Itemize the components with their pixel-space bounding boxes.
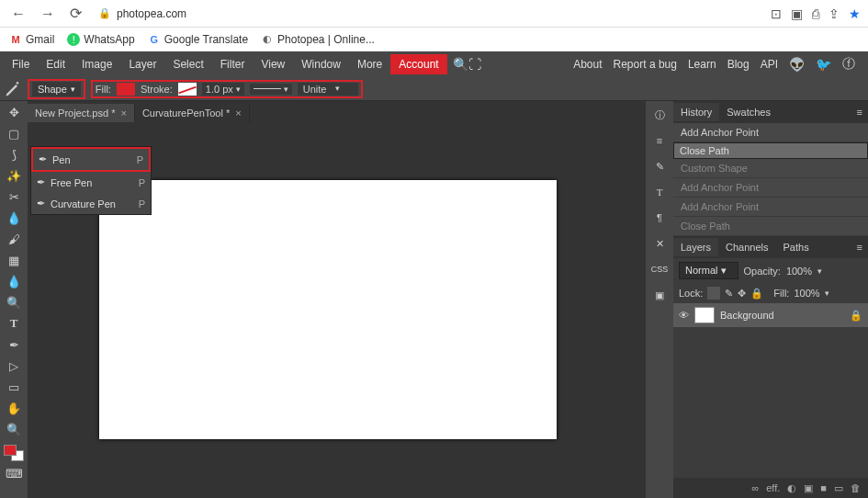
marquee-tool[interactable]: ▢ — [3, 124, 25, 142]
history-entry[interactable]: Add Anchor Point — [673, 198, 868, 217]
close-icon[interactable]: × — [120, 108, 126, 119]
dodge-tool[interactable]: 🔍 — [3, 293, 25, 311]
tab-swatches[interactable]: Swatches — [719, 103, 778, 121]
tab-curvature[interactable]: CurvaturePenTool *× — [135, 104, 250, 122]
shape-tool[interactable]: ▭ — [3, 378, 25, 396]
layer-name[interactable]: Background — [720, 310, 774, 321]
bookmark-translate[interactable]: GGoogle Translate — [148, 33, 248, 46]
quickmask-tool[interactable]: ⌨ — [3, 464, 25, 482]
stroke-swatch[interactable] — [178, 83, 197, 96]
menu-filter[interactable]: Filter — [212, 54, 254, 74]
image-icon[interactable]: ▣ — [648, 285, 671, 305]
character-icon[interactable]: T — [648, 182, 671, 202]
hand-tool[interactable]: ✋ — [3, 399, 25, 417]
css-icon[interactable]: CSS — [648, 259, 671, 279]
reddit-icon[interactable]: 👽 — [789, 57, 805, 72]
tools-icon[interactable]: ✕ — [648, 233, 671, 254]
menu-view[interactable]: View — [253, 54, 293, 74]
info-icon[interactable]: ⓘ — [648, 105, 671, 125]
lock-transparent-icon[interactable] — [707, 287, 720, 300]
link-learn[interactable]: Learn — [688, 58, 716, 71]
close-icon[interactable]: × — [235, 108, 241, 119]
link-api[interactable]: API — [761, 58, 778, 71]
pen-item-free[interactable]: ✒ Free Pen P — [31, 172, 151, 193]
stroke-style[interactable]: ▾ — [250, 84, 292, 95]
path-mode[interactable]: Unite▾ — [298, 83, 359, 96]
lock-move-icon[interactable]: ✥ — [738, 288, 746, 300]
tab-channels[interactable]: Channels — [718, 238, 775, 256]
visibility-icon[interactable]: 👁 — [679, 310, 689, 321]
pen-item-pen[interactable]: ✒ Pen P — [31, 147, 151, 172]
star-icon[interactable]: ★ — [849, 6, 861, 21]
tab-new-project[interactable]: New Project.psd *× — [28, 104, 135, 122]
panel-menu-icon[interactable]: ≡ — [851, 242, 868, 253]
paragraph-icon[interactable]: ≡ — [648, 130, 671, 151]
tab-layers[interactable]: Layers — [673, 238, 718, 256]
reload-button[interactable]: ⟳ — [66, 3, 85, 24]
move-tool[interactable]: ✥ — [3, 103, 25, 121]
history-entry[interactable]: Close Path — [673, 142, 868, 159]
mask-icon[interactable]: ◐ — [787, 482, 796, 494]
link-about[interactable]: About — [573, 58, 602, 71]
path-select-tool[interactable]: ▷ — [3, 357, 25, 375]
opacity-value[interactable]: 100% — [786, 266, 812, 277]
wand-tool[interactable]: ✨ — [3, 166, 25, 185]
panel-menu-icon[interactable]: ≡ — [851, 107, 868, 118]
gradient-tool[interactable]: ▦ — [3, 251, 25, 269]
blend-mode-select[interactable]: Normal ▾ — [679, 262, 738, 279]
link-blog[interactable]: Blog — [727, 58, 750, 71]
eyedropper-tool[interactable]: 💧 — [3, 209, 25, 227]
forward-button[interactable]: → — [37, 4, 59, 24]
address-bar[interactable]: 🔒 photopea.com — [98, 7, 186, 20]
bookmark-gmail[interactable]: MGmail — [9, 33, 54, 46]
canvas[interactable] — [99, 180, 557, 439]
share-icon[interactable]: ⇪ — [829, 6, 840, 21]
menu-window[interactable]: Window — [293, 54, 349, 74]
bookmark-photopea[interactable]: ◐Photopea | Online... — [261, 33, 375, 46]
text-tool[interactable]: T — [3, 314, 25, 333]
history-entry[interactable]: Add Anchor Point — [673, 178, 868, 198]
glyph-icon[interactable]: ¶ — [648, 208, 671, 228]
tab-history[interactable]: History — [673, 103, 719, 121]
shape-mode-select[interactable]: Shape▾ — [32, 82, 81, 96]
link-icon[interactable]: ∞ — [751, 482, 759, 493]
brush-panel-icon[interactable]: ✎ — [648, 156, 671, 176]
menu-edit[interactable]: Edit — [38, 54, 73, 74]
pen-tool[interactable]: ✒ — [3, 335, 25, 354]
back-button[interactable]: ← — [7, 4, 29, 24]
history-entry[interactable]: Custom Shape — [673, 159, 868, 178]
menu-account[interactable]: Account — [390, 54, 446, 74]
stroke-width[interactable]: 1.0 px▾ — [202, 83, 244, 96]
fill-swatch[interactable] — [117, 83, 135, 96]
trash-icon[interactable]: 🗑 — [851, 482, 861, 493]
menu-file[interactable]: File — [4, 54, 38, 74]
color-swatches[interactable] — [4, 445, 24, 461]
fx-icon[interactable]: eff. — [766, 482, 780, 493]
menu-image[interactable]: Image — [73, 54, 120, 74]
link-report[interactable]: Report a bug — [614, 58, 677, 71]
group-icon[interactable]: ■ — [820, 482, 827, 493]
facebook-icon[interactable]: ⓕ — [842, 56, 855, 73]
new-layer-icon[interactable]: ▭ — [834, 482, 843, 494]
install-icon[interactable]: ⊡ — [771, 6, 782, 21]
tab-paths[interactable]: Paths — [776, 238, 817, 256]
search-icon[interactable]: 🔍 — [453, 57, 468, 72]
blur-tool[interactable]: 💧 — [3, 272, 25, 290]
lock-all-icon[interactable]: 🔒 — [750, 288, 763, 300]
download-icon[interactable]: ⎙ — [812, 6, 819, 21]
zoom-tool[interactable]: 🔍 — [3, 420, 25, 438]
lock-brush-icon[interactable]: ✎ — [725, 288, 733, 300]
layer-thumbnail[interactable] — [694, 307, 715, 323]
bookmark-whatsapp[interactable]: !WhatsApp — [67, 33, 134, 46]
menu-layer[interactable]: Layer — [120, 54, 164, 74]
tab-icon[interactable]: ▣ — [791, 6, 803, 21]
menu-select[interactable]: Select — [164, 54, 211, 74]
lasso-tool[interactable]: ⟆ — [3, 145, 25, 164]
history-entry[interactable]: Close Path — [673, 217, 868, 236]
brush-tool[interactable]: 🖌 — [3, 230, 25, 248]
pen-item-curvature[interactable]: ✒ Curvature Pen P — [31, 193, 151, 214]
menu-more[interactable]: More — [349, 54, 390, 74]
crop-tool[interactable]: ✂ — [3, 187, 25, 206]
adjustment-icon[interactable]: ▣ — [804, 482, 813, 494]
layer-row[interactable]: 👁 Background 🔒 — [673, 303, 868, 327]
